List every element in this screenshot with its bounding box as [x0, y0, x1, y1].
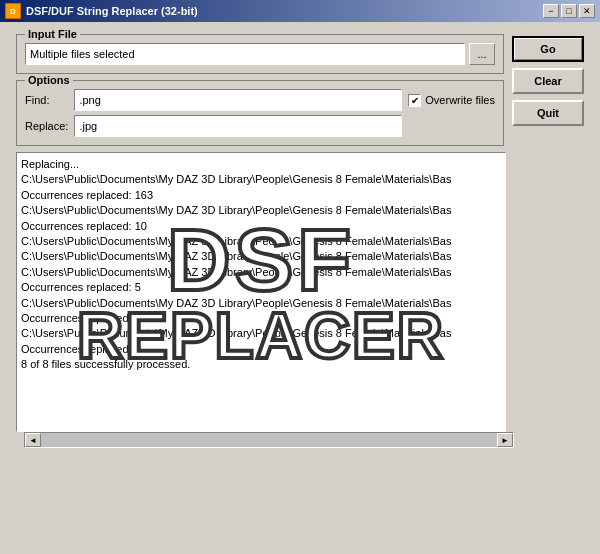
overwrite-row: ✔ Overwrite files	[408, 94, 495, 107]
title-bar-left: D DSF/DUF String Replacer (32-bit)	[5, 3, 198, 19]
output-line: 8 of 8 files successfully processed.	[21, 357, 501, 372]
quit-button[interactable]: Quit	[512, 100, 584, 126]
output-line: C:\Users\Public\Documents\My DAZ 3D Libr…	[21, 234, 501, 249]
replace-input[interactable]	[74, 115, 402, 137]
output-lines: Replacing...C:\Users\Public\Documents\My…	[21, 157, 501, 372]
maximize-button[interactable]: □	[561, 4, 577, 18]
title-buttons: − □ ✕	[543, 4, 595, 18]
input-file-row: ...	[25, 43, 495, 65]
output-area: Replacing...C:\Users\Public\Documents\My…	[16, 152, 584, 448]
clear-button[interactable]: Clear	[512, 68, 584, 94]
options-grid: Find: ✔ Overwrite files Replace:	[25, 89, 495, 137]
button-panel: Go Clear Quit	[512, 34, 584, 152]
output-line: Replacing...	[21, 157, 501, 172]
output-line: Occurrences replaced: 0	[21, 311, 501, 326]
output-line: C:\Users\Public\Documents\My DAZ 3D Libr…	[21, 172, 501, 187]
scroll-left-button[interactable]: ◄	[25, 433, 41, 447]
output-box: Replacing...C:\Users\Public\Documents\My…	[16, 152, 506, 432]
input-file-label: Input File	[25, 28, 80, 40]
find-label: Find:	[25, 94, 68, 106]
output-line: C:\Users\Public\Documents\My DAZ 3D Libr…	[21, 296, 501, 311]
browse-button[interactable]: ...	[469, 43, 495, 65]
scroll-track[interactable]	[41, 433, 497, 447]
overwrite-label: Overwrite files	[425, 94, 495, 106]
output-line: Occurrences replaced: 5	[21, 280, 501, 295]
window-title: DSF/DUF String Replacer (32-bit)	[26, 5, 198, 17]
main-content: Input File ... Options Find: ✔ Overwrite…	[0, 22, 600, 454]
top-section: Input File ... Options Find: ✔ Overwrite…	[8, 28, 592, 152]
app-icon: D	[5, 3, 21, 19]
go-button[interactable]: Go	[512, 36, 584, 62]
output-line: C:\Users\Public\Documents\My DAZ 3D Libr…	[21, 265, 501, 280]
output-line: Occurrences replaced: 0	[21, 342, 501, 357]
find-input[interactable]	[74, 89, 402, 111]
input-file-field[interactable]	[25, 43, 465, 65]
minimize-button[interactable]: −	[543, 4, 559, 18]
input-file-group: Input File ...	[16, 34, 504, 74]
output-line: C:\Users\Public\Documents\My DAZ 3D Libr…	[21, 326, 501, 341]
scroll-right-button[interactable]: ►	[497, 433, 513, 447]
replace-label: Replace:	[25, 120, 68, 132]
options-label: Options	[25, 74, 73, 86]
left-section: Input File ... Options Find: ✔ Overwrite…	[16, 34, 504, 152]
output-line: Occurrences replaced: 163	[21, 188, 501, 203]
overwrite-checkbox[interactable]: ✔	[408, 94, 421, 107]
output-line: C:\Users\Public\Documents\My DAZ 3D Libr…	[21, 203, 501, 218]
title-bar: D DSF/DUF String Replacer (32-bit) − □ ✕	[0, 0, 600, 22]
options-group: Options Find: ✔ Overwrite files Replace:	[16, 80, 504, 146]
output-line: C:\Users\Public\Documents\My DAZ 3D Libr…	[21, 249, 501, 264]
output-line: Occurrences replaced: 10	[21, 219, 501, 234]
horizontal-scrollbar[interactable]: ◄ ►	[24, 432, 514, 448]
close-button[interactable]: ✕	[579, 4, 595, 18]
